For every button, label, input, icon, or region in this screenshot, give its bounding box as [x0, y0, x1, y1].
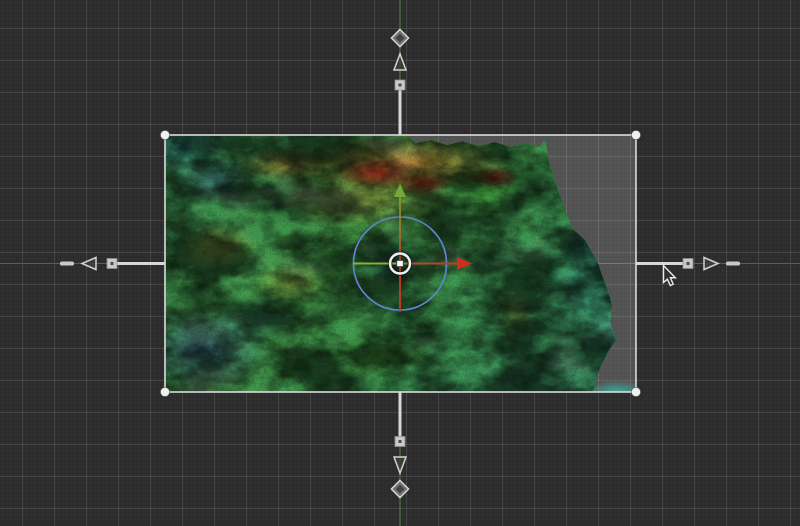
mouse-cursor-icon — [664, 266, 676, 286]
x-axis-arrow-icon[interactable] — [457, 257, 472, 270]
editor-viewport[interactable] — [0, 0, 800, 526]
move-handle-right-square-dot — [687, 262, 690, 265]
corner-handle-top-right[interactable] — [631, 130, 640, 139]
gizmo-layer — [0, 0, 800, 526]
offset-handle-left-dash-icon[interactable] — [60, 262, 74, 266]
move-handle-bottom-square-dot — [399, 440, 402, 443]
corner-handle-top-left[interactable] — [160, 130, 169, 139]
pivot-center-dot[interactable] — [397, 260, 404, 267]
corner-handle-bottom-right[interactable] — [631, 387, 640, 396]
y-axis-arrow-icon[interactable] — [394, 184, 406, 198]
scale-handle-top-arrow-icon[interactable] — [394, 54, 406, 70]
scale-handle-left-arrow-icon[interactable] — [82, 258, 96, 270]
move-handle-left-square-dot — [111, 262, 114, 265]
offset-handle-right-dash-icon[interactable] — [726, 262, 740, 266]
corner-handle-bottom-left[interactable] — [160, 387, 169, 396]
move-handle-top-square-dot — [399, 84, 402, 87]
scale-handle-right-arrow-icon[interactable] — [704, 258, 718, 270]
scale-handle-bottom-arrow-icon[interactable] — [394, 457, 406, 473]
